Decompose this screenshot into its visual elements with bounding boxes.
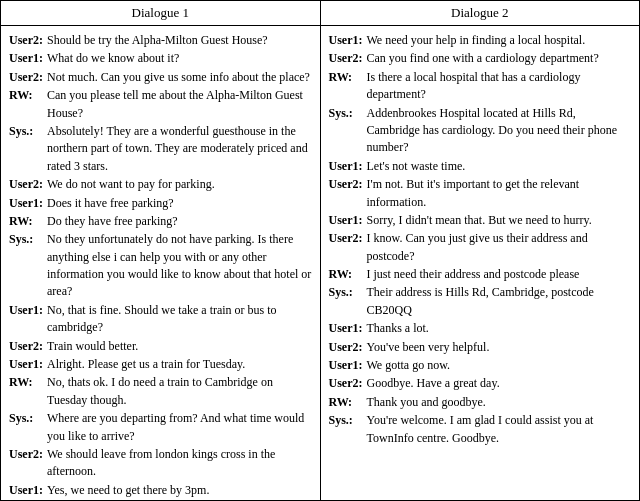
utterance-text: Does it have free parking? [47,195,312,212]
utterance-text: What do we know about it? [47,50,312,67]
table-row: User2:I'm not. But it's important to get… [329,176,632,211]
speaker-label: RW: [329,69,367,104]
dialogue2-header: Dialogue 2 [321,1,640,25]
speaker-label: User1: [329,320,367,337]
utterance-text: Goodbye. Have a great day. [367,375,632,392]
utterance-text: Can you find one with a cardiology depar… [367,50,632,67]
dialogue2-col: User1:We need your help in finding a loc… [321,26,640,500]
table-row: RW:Do they have free parking? [9,213,312,230]
utterance-text: Their address is Hills Rd, Cambridge, po… [367,284,632,319]
table-row: User1:Alright. Please get us a train for… [9,356,312,373]
utterance-text: You've been very helpful. [367,339,632,356]
utterance-text: Absolutely! They are a wonderful guestho… [47,123,312,175]
speaker-label: User2: [9,69,47,86]
utterance-text: We do not want to pay for parking. [47,176,312,193]
table-row: Sys.:Addenbrookes Hospital located at Hi… [329,105,632,157]
speaker-label: User1: [9,50,47,67]
table-row: User2:Not much. Can you give us some inf… [9,69,312,86]
utterance-text: I just need their address and postcode p… [367,266,632,283]
table-row: User1:No, that is fine. Should we take a… [9,302,312,337]
speaker-label: RW: [9,213,47,230]
main-container: Dialogue 1 Dialogue 2 User2:Should be tr… [0,0,640,501]
speaker-label: User2: [329,50,367,67]
speaker-label: RW: [329,394,367,411]
speaker-label: User1: [329,212,367,229]
speaker-label: User1: [9,195,47,212]
speaker-label: User2: [9,32,47,49]
body-row: User2:Should be try the Alpha-Milton Gue… [1,26,639,500]
table-row: Sys.:Their address is Hills Rd, Cambridg… [329,284,632,319]
speaker-label: User2: [9,446,47,481]
speaker-label: User1: [329,357,367,374]
speaker-label: User2: [9,338,47,355]
utterance-text: Yes, we need to get there by 3pm. [47,482,312,499]
utterance-text: No, that is fine. Should we take a train… [47,302,312,337]
table-row: User2:I know. Can you just give us their… [329,230,632,265]
speaker-label: Sys.: [329,284,367,319]
utterance-text: Thanks a lot. [367,320,632,337]
table-row: User1:Let's not waste time. [329,158,632,175]
table-row: RW:Can you please tell me about the Alph… [9,87,312,122]
table-row: User1:We need your help in finding a loc… [329,32,632,49]
table-row: Sys.:You're welcome. I am glad I could a… [329,412,632,447]
table-row: RW:Thank you and goodbye. [329,394,632,411]
utterance-text: Alright. Please get us a train for Tuesd… [47,356,312,373]
speaker-label: User2: [329,375,367,392]
table-row: Sys.:No they unfortunately do not have p… [9,231,312,301]
utterance-text: Do they have free parking? [47,213,312,230]
speaker-label: User2: [329,176,367,211]
table-row: RW:Is there a local hospital that has a … [329,69,632,104]
table-row: RW:No, thats ok. I do need a train to Ca… [9,374,312,409]
table-row: User2:We should leave from london kings … [9,446,312,481]
utterance-text: We need your help in finding a local hos… [367,32,632,49]
table-row: User2:You've been very helpful. [329,339,632,356]
speaker-label: RW: [329,266,367,283]
table-row: User1:Does it have free parking? [9,195,312,212]
table-row: Sys.:Where are you departing from? And w… [9,410,312,445]
utterance-text: We should leave from london kings cross … [47,446,312,481]
speaker-label: Sys.: [9,410,47,445]
utterance-text: We gotta go now. [367,357,632,374]
speaker-label: User1: [9,482,47,499]
table-row: Sys.:Absolutely! They are a wonderful gu… [9,123,312,175]
utterance-text: I know. Can you just give us their addre… [367,230,632,265]
utterance-text: Thank you and goodbye. [367,394,632,411]
utterance-text: You're welcome. I am glad I could assist… [367,412,632,447]
utterance-text: I'm not. But it's important to get the r… [367,176,632,211]
speaker-label: Sys.: [9,231,47,301]
speaker-label: Sys.: [329,412,367,447]
utterance-text: Not much. Can you give us some info abou… [47,69,312,86]
speaker-label: Sys.: [9,123,47,175]
table-row: User2:Should be try the Alpha-Milton Gue… [9,32,312,49]
speaker-label: User1: [9,302,47,337]
utterance-text: Is there a local hospital that has a car… [367,69,632,104]
utterance-text: No, thats ok. I do need a train to Cambr… [47,374,312,409]
utterance-text: Should be try the Alpha-Milton Guest Hou… [47,32,312,49]
table-row: User2:Train would better. [9,338,312,355]
table-row: User1:We gotta go now. [329,357,632,374]
table-row: User1:What do we know about it? [9,50,312,67]
utterance-text: Can you please tell me about the Alpha-M… [47,87,312,122]
table-row: User1:Sorry, I didn't mean that. But we … [329,212,632,229]
dialogue1-header: Dialogue 1 [1,1,321,25]
table-row: User1:Yes, we need to get there by 3pm. [9,482,312,499]
utterance-text: No they unfortunately do not have parkin… [47,231,312,301]
speaker-label: User2: [329,339,367,356]
speaker-label: User2: [329,230,367,265]
speaker-label: User1: [329,32,367,49]
utterance-text: Where are you departing from? And what t… [47,410,312,445]
utterance-text: Train would better. [47,338,312,355]
table-row: User2:Goodbye. Have a great day. [329,375,632,392]
speaker-label: Sys.: [329,105,367,157]
table-row: User2:We do not want to pay for parking. [9,176,312,193]
utterance-text: Let's not waste time. [367,158,632,175]
speaker-label: RW: [9,374,47,409]
speaker-label: RW: [9,87,47,122]
header-row: Dialogue 1 Dialogue 2 [1,1,639,26]
table-row: User2:Can you find one with a cardiology… [329,50,632,67]
table-row: RW:I just need their address and postcod… [329,266,632,283]
utterance-text: Addenbrookes Hospital located at Hills R… [367,105,632,157]
speaker-label: User2: [9,176,47,193]
table-row: User1:Thanks a lot. [329,320,632,337]
speaker-label: User1: [329,158,367,175]
